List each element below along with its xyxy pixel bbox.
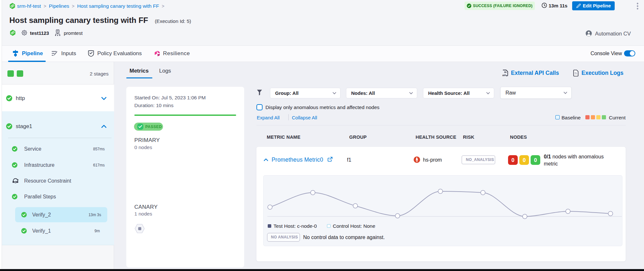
svg-text:API: API <box>502 74 506 77</box>
